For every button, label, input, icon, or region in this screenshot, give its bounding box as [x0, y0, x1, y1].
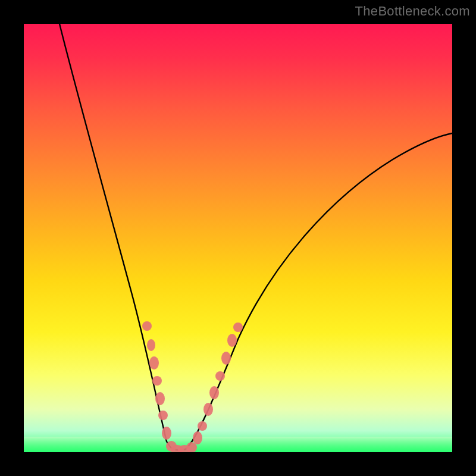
marker-dot — [149, 356, 159, 369]
marker-dot — [152, 376, 162, 386]
curve-layer — [24, 24, 452, 452]
marker-dot — [221, 352, 231, 365]
marker-dot — [198, 421, 207, 431]
marker-dot — [147, 339, 155, 351]
marker-dot — [233, 322, 243, 332]
marker-dot — [155, 392, 165, 405]
marker-dot — [162, 427, 171, 440]
marker-dot — [227, 334, 237, 347]
marker-dot — [193, 431, 202, 444]
marker-dot — [142, 321, 152, 331]
marker-dot — [215, 371, 225, 381]
marker-dot — [209, 386, 219, 399]
right-branch-curve — [186, 133, 452, 449]
marker-group — [142, 321, 243, 452]
watermark-text: TheBottleneck.com — [355, 4, 470, 19]
marker-dot — [158, 411, 168, 420]
chart-frame: TheBottleneck.com — [0, 0, 476, 476]
plot-area — [24, 24, 452, 452]
marker-dot — [203, 403, 213, 416]
